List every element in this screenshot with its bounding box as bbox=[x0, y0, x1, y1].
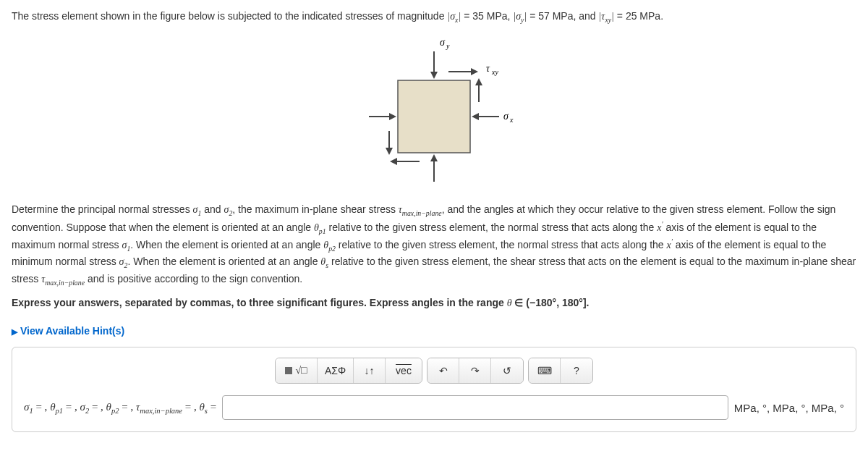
intro-prefix: The stress element shown in the figure b… bbox=[12, 10, 447, 22]
view-hints-button[interactable]: ▶View Available Hint(s) bbox=[12, 325, 124, 337]
svg-rect-0 bbox=[398, 80, 470, 153]
templates-button[interactable]: √□ bbox=[276, 358, 318, 383]
undo-button[interactable]: ↶ bbox=[427, 358, 459, 383]
chevron-right-icon: ▶ bbox=[12, 327, 17, 336]
greek-button[interactable]: ΑΣΦ bbox=[318, 358, 354, 383]
svg-text:σ: σ bbox=[440, 37, 446, 48]
vector-button[interactable]: vec bbox=[386, 358, 422, 383]
stress-element-figure: σ y σ x τ xy bbox=[12, 30, 856, 189]
svg-marker-14 bbox=[471, 68, 478, 75]
svg-text:σ: σ bbox=[503, 111, 509, 122]
subscript-button[interactable]: ↓↑ bbox=[354, 358, 386, 383]
svg-marker-2 bbox=[430, 72, 438, 79]
keyboard-button[interactable]: ⌨ bbox=[529, 358, 561, 383]
svg-marker-16 bbox=[475, 78, 482, 85]
answer-panel: √□ ΑΣΦ ↓↑ vec ↶ ↷ ↺ ⌨ ? σ1 = , θp1 = , σ… bbox=[12, 347, 856, 432]
svg-marker-6 bbox=[430, 154, 438, 161]
svg-marker-8 bbox=[389, 113, 396, 120]
svg-marker-10 bbox=[472, 113, 479, 120]
instructions: Express your answers, separated by comma… bbox=[12, 295, 856, 311]
intro-text: The stress element shown in the figure b… bbox=[12, 9, 856, 25]
svg-text:y: y bbox=[446, 42, 450, 50]
svg-text:x: x bbox=[509, 116, 514, 124]
equation-toolbar: √□ ΑΣΦ ↓↑ vec ↶ ↷ ↺ ⌨ ? bbox=[24, 358, 844, 384]
svg-text:xy: xy bbox=[491, 68, 498, 76]
answer-row: σ1 = , θp1 = , σ2 = , θp2 = , τmax,in−pl… bbox=[24, 395, 844, 420]
svg-text:τ: τ bbox=[486, 63, 490, 74]
help-button[interactable]: ? bbox=[561, 358, 592, 383]
answer-labels: σ1 = , θp1 = , σ2 = , θp2 = , τmax,in−pl… bbox=[24, 401, 216, 415]
redo-button[interactable]: ↷ bbox=[459, 358, 491, 383]
answer-units: MPa, °, MPa, °, MPa, ° bbox=[734, 402, 844, 414]
answer-input[interactable] bbox=[222, 395, 728, 420]
svg-marker-20 bbox=[390, 158, 397, 165]
svg-marker-22 bbox=[386, 148, 393, 155]
question-paragraph: Determine the principal normal stresses … bbox=[12, 202, 856, 288]
reset-button[interactable]: ↺ bbox=[491, 358, 523, 383]
